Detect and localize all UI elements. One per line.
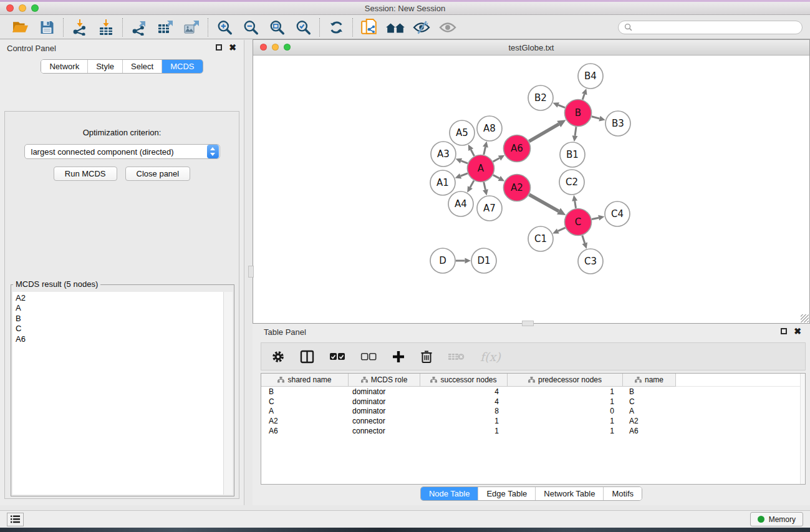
graph-node-C4[interactable]: C4	[605, 201, 630, 226]
task-history-button[interactable]	[7, 513, 24, 526]
hide-graphics-details-button[interactable]	[408, 17, 435, 38]
export-table-button[interactable]	[152, 17, 178, 38]
graph-node-A3[interactable]: A3	[431, 142, 456, 167]
open-session-button[interactable]	[7, 17, 34, 38]
graph-edge-B-B4[interactable]	[582, 94, 584, 100]
column-header-successor-nodes[interactable]: successor nodes	[420, 374, 508, 387]
tab-network[interactable]: Network	[41, 60, 87, 73]
network-graph[interactable]: B4B2BB3A5A8A6A3B1AA1C2A2A4A7C4CC1C3DD1	[253, 56, 809, 323]
graph-node-A1[interactable]: A1	[430, 170, 455, 195]
tab-style[interactable]: Style	[87, 60, 122, 73]
float-panel-icon[interactable]	[216, 44, 222, 51]
search-box[interactable]	[618, 21, 803, 34]
graph-edge-C-C1[interactable]	[558, 228, 566, 231]
table-row[interactable]: Bdominator41B	[261, 387, 805, 397]
zoom-window-button[interactable]	[31, 4, 39, 12]
column-header-predecessor-nodes[interactable]: predecessor nodes	[508, 374, 623, 387]
tab-motifs[interactable]: Motifs	[603, 487, 642, 500]
graph-node-A2[interactable]: A2	[504, 175, 531, 201]
memory-button[interactable]: Memory	[750, 512, 803, 526]
tab-select[interactable]: Select	[122, 60, 162, 73]
close-window-button[interactable]	[6, 4, 14, 12]
graph-node-C2[interactable]: C2	[559, 170, 584, 195]
network-canvas[interactable]: B4B2BB3A5A8A6A3B1AA1C2A2A4A7C4CC1C3DD1	[253, 56, 809, 323]
network-close-button[interactable]	[260, 44, 267, 51]
tab-mcds[interactable]: MCDS	[162, 60, 202, 73]
table-options-button[interactable]	[271, 347, 285, 366]
graph-edge-C-C4[interactable]	[592, 218, 599, 219]
close-panel-button[interactable]: Close panel	[125, 167, 191, 181]
zoom-selected-button[interactable]	[290, 17, 316, 38]
graph-edge-C-C2[interactable]	[575, 201, 576, 208]
show-columns-button[interactable]	[300, 347, 314, 366]
result-list-item[interactable]: B	[16, 314, 220, 324]
graph-edge-A6-B[interactable]	[529, 124, 559, 142]
table-scrollbar[interactable]	[800, 374, 805, 484]
graph-edge-A-A1[interactable]	[461, 173, 468, 176]
graph-edge-B-B3[interactable]	[592, 117, 600, 118]
graph-node-A7[interactable]: A7	[477, 196, 502, 221]
graph-edge-A2-C[interactable]	[529, 195, 559, 211]
network-zoom-button[interactable]	[284, 44, 291, 51]
graph-edge-A-A4[interactable]	[470, 181, 474, 188]
graph-node-A[interactable]: A	[468, 155, 494, 182]
zoom-out-button[interactable]	[238, 17, 264, 38]
table-row[interactable]: Cdominator41C	[261, 397, 805, 407]
search-input[interactable]	[635, 23, 796, 32]
tab-network-table[interactable]: Network Table	[535, 487, 603, 500]
float-panel-icon[interactable]	[781, 328, 787, 334]
clone-network-button[interactable]	[356, 17, 382, 38]
graph-node-B3[interactable]: B3	[605, 111, 630, 136]
column-header-shared-name[interactable]: shared name	[261, 374, 349, 387]
graph-node-A4[interactable]: A4	[448, 191, 473, 216]
horizontal-splitter-grip[interactable]	[248, 266, 254, 278]
graph-edge-C-C3[interactable]	[582, 235, 585, 243]
close-panel-icon[interactable]: ✖	[229, 44, 236, 51]
graph-edge-A-A6[interactable]	[493, 158, 499, 162]
graph-node-D[interactable]: D	[430, 248, 455, 273]
save-session-button[interactable]	[34, 17, 60, 38]
double-home-button[interactable]	[382, 17, 408, 38]
graph-node-B4[interactable]: B4	[578, 64, 603, 89]
vertical-splitter-grip[interactable]	[522, 321, 534, 326]
result-list-item[interactable]: A	[16, 303, 220, 313]
table-row[interactable]: A2connector11A2	[261, 416, 805, 426]
node-table[interactable]: shared nameMCDS rolesuccessor nodesprede…	[261, 373, 806, 485]
graph-node-C[interactable]: C	[565, 209, 592, 236]
zoom-in-button[interactable]	[211, 17, 238, 38]
result-scrollbar[interactable]	[223, 292, 233, 495]
column-header-MCDS-role[interactable]: MCDS role	[349, 374, 420, 387]
resize-grip-icon[interactable]	[801, 314, 809, 322]
import-table-button[interactable]	[93, 17, 119, 38]
tab-edge-table[interactable]: Edge Table	[478, 487, 535, 500]
graph-node-A5[interactable]: A5	[450, 120, 475, 145]
graph-edge-A-A7[interactable]	[484, 182, 486, 190]
delete-columns-button[interactable]	[420, 347, 433, 366]
deselect-all-checkboxes-button[interactable]	[360, 347, 377, 366]
export-image-button[interactable]	[178, 17, 205, 38]
graph-node-C3[interactable]: C3	[578, 249, 603, 274]
graph-edge-A-A2[interactable]	[493, 175, 499, 178]
graph-node-C1[interactable]: C1	[528, 226, 553, 251]
column-header-name[interactable]: name	[623, 374, 676, 387]
table-row[interactable]: Adominator80A	[261, 407, 805, 417]
graph-edge-B-B1[interactable]	[575, 127, 576, 135]
add-column-button[interactable]	[392, 347, 405, 366]
graph-node-A8[interactable]: A8	[477, 116, 502, 141]
show-graphics-details-button[interactable]	[435, 17, 461, 38]
result-list-item[interactable]: A6	[16, 334, 220, 344]
zoom-fit-button[interactable]	[264, 17, 290, 38]
graph-node-B1[interactable]: B1	[560, 142, 585, 167]
mcds-result-list[interactable]: A2ABCA6	[12, 292, 233, 495]
run-mcds-button[interactable]: Run MCDS	[54, 167, 117, 181]
select-all-checkboxes-button[interactable]	[329, 347, 345, 366]
network-minimize-button[interactable]	[272, 44, 279, 51]
result-list-item[interactable]: A2	[16, 293, 220, 303]
result-list-item[interactable]: C	[16, 324, 220, 334]
graph-edge-A-A8[interactable]	[484, 147, 486, 155]
graph-node-B[interactable]: B	[565, 100, 592, 127]
apply-layout-button[interactable]	[323, 17, 349, 38]
graph-edge-B-B2[interactable]	[558, 105, 565, 107]
export-network-button[interactable]	[126, 17, 152, 38]
close-panel-icon[interactable]: ✖	[794, 328, 801, 334]
